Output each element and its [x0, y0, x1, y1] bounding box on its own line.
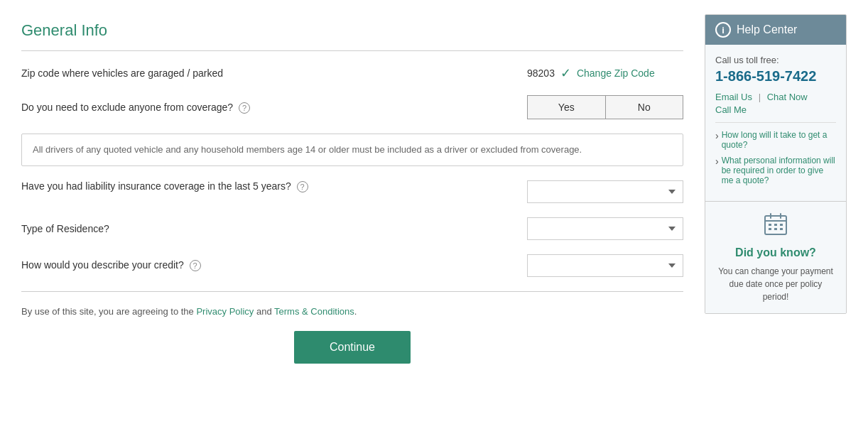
credit-help-icon[interactable]: ?	[190, 260, 201, 271]
help-center-box: i Help Center Call us toll free: 1-866-5…	[705, 14, 847, 314]
help-center-title: Help Center	[737, 23, 797, 36]
title-divider	[21, 50, 683, 51]
help-center-body: Call us toll free: 1-866-519-7422 Email …	[705, 45, 846, 201]
credit-select[interactable]: Excellent Good Fair Poor	[527, 254, 683, 277]
call-me-link[interactable]: Call Me	[715, 104, 836, 115]
faq-item-1[interactable]: How long will it take to get a quote?	[715, 130, 836, 150]
faq-section: How long will it take to get a quote? Wh…	[715, 122, 836, 185]
yes-no-control: Yes No	[527, 95, 683, 119]
residence-label: Type of Residence?	[21, 223, 516, 234]
svg-rect-6	[780, 224, 783, 226]
exclude-label: Do you need to exclude anyone from cover…	[21, 102, 516, 114]
yes-no-toggle: Yes No	[527, 95, 683, 119]
liability-select[interactable]: Yes No	[527, 180, 683, 203]
continue-btn-wrapper: Continue	[21, 331, 683, 364]
exclude-coverage-row: Do you need to exclude anyone from cover…	[21, 95, 683, 119]
zip-label: Zip code where vehicles are garaged / pa…	[21, 67, 516, 79]
change-zip-link[interactable]: Change Zip Code	[577, 67, 655, 79]
credit-label: How would you describe your credit? ?	[21, 259, 516, 271]
bottom-divider	[21, 291, 683, 292]
svg-rect-9	[780, 228, 783, 230]
residence-select-area: Own Rent Other	[527, 217, 683, 240]
help-center-header: i Help Center	[705, 15, 846, 45]
svg-rect-8	[774, 228, 777, 230]
disclaimer-text: By use of this site, you are agreeing to…	[21, 306, 683, 317]
svg-rect-5	[774, 224, 777, 226]
liability-help-icon[interactable]: ?	[297, 181, 308, 192]
residence-row: Type of Residence? Own Rent Other	[21, 217, 683, 240]
help-links: Email Us | Chat Now Call Me	[715, 92, 836, 115]
zip-value: 98203	[527, 67, 555, 79]
no-button[interactable]: No	[606, 96, 683, 119]
liability-select-area: Yes No	[527, 180, 683, 203]
coverage-info-box: All drivers of any quoted vehicle and an…	[21, 134, 683, 166]
info-circle-icon: i	[715, 22, 731, 38]
did-you-know-text: You can change your payment due date onc…	[715, 265, 836, 303]
phone-number: 1-866-519-7422	[715, 68, 836, 85]
svg-rect-4	[769, 224, 771, 226]
terms-conditions-link[interactable]: Terms & Conditions	[274, 306, 354, 317]
email-us-link[interactable]: Email Us	[715, 92, 752, 102]
faq-item-2[interactable]: What personal information will be requir…	[715, 156, 836, 185]
did-you-know-title: Did you know?	[715, 246, 836, 259]
calendar-icon	[715, 212, 836, 242]
liability-row: Have you had liability insurance coverag…	[21, 180, 683, 203]
check-circle-icon: ✓	[560, 65, 571, 81]
zip-code-row: Zip code where vehicles are garaged / pa…	[21, 65, 683, 81]
toll-free-label: Call us toll free:	[715, 55, 836, 65]
page-title: General Info	[21, 21, 683, 40]
exclude-help-icon[interactable]: ?	[239, 102, 250, 114]
main-content: General Info Zip code where vehicles are…	[21, 14, 683, 378]
svg-rect-7	[769, 228, 771, 230]
zip-control-area: 98203 ✓ Change Zip Code	[527, 65, 683, 81]
did-you-know-section: Did you know? You can change your paymen…	[705, 201, 846, 313]
chat-now-link[interactable]: Chat Now	[767, 92, 808, 102]
link-separator: |	[759, 92, 761, 102]
liability-label: Have you had liability insurance coverag…	[21, 180, 516, 192]
yes-button[interactable]: Yes	[528, 96, 606, 119]
credit-row: How would you describe your credit? ? Ex…	[21, 254, 683, 277]
residence-select[interactable]: Own Rent Other	[527, 217, 683, 240]
continue-button[interactable]: Continue	[294, 331, 411, 364]
credit-select-area: Excellent Good Fair Poor	[527, 254, 683, 277]
privacy-policy-link[interactable]: Privacy Policy	[196, 306, 254, 317]
sidebar: i Help Center Call us toll free: 1-866-5…	[705, 14, 847, 378]
